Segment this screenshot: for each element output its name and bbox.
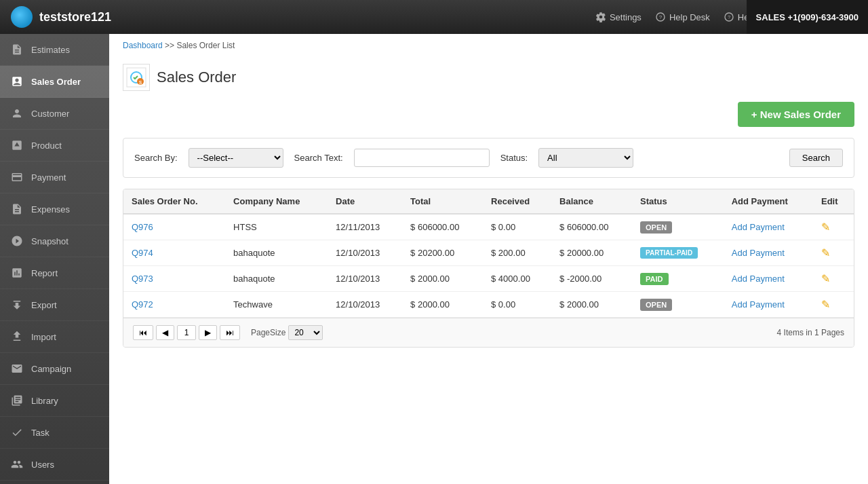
cell-balance: $ 606000.00: [551, 214, 632, 240]
cell-edit: ✎: [813, 214, 854, 240]
sidebar-label-estimates: Estimates: [31, 45, 70, 55]
app-logo: [11, 6, 33, 28]
cell-order-no: Q973: [123, 266, 225, 292]
col-balance: Balance: [551, 189, 632, 214]
cell-edit: ✎: [813, 266, 854, 292]
cell-received: $ 0.00: [483, 292, 551, 318]
add-payment-link[interactable]: Add Payment: [732, 222, 785, 232]
edit-icon[interactable]: ✎: [821, 273, 830, 284]
page-title: Sales Order: [157, 69, 236, 86]
sidebar-item-product[interactable]: Product: [0, 130, 109, 162]
cell-total: $ 2000.00: [402, 266, 483, 292]
sidebar-item-sales-order[interactable]: Sales Order: [0, 66, 109, 98]
breadcrumb: Dashboard >> Sales Order List: [109, 34, 868, 57]
pagesize-label: PageSize: [251, 328, 285, 337]
helpdesk-action[interactable]: ? Help Desk: [655, 12, 710, 22]
sidebar-item-customer[interactable]: Customer: [0, 98, 109, 130]
col-company: Company Name: [225, 189, 328, 214]
order-link[interactable]: Q974: [132, 248, 153, 258]
sidebar-label-snapshot: Snapshot: [31, 236, 68, 246]
pagesize-select[interactable]: 10 20 50 100: [288, 325, 323, 340]
customer-icon: [9, 106, 24, 121]
order-link[interactable]: Q972: [132, 299, 153, 310]
add-payment-link[interactable]: Add Payment: [732, 299, 785, 310]
sidebar-item-campaign[interactable]: Campaign: [0, 353, 109, 385]
sidebar-item-users[interactable]: Users: [0, 449, 109, 481]
sidebar-label-task: Task: [31, 428, 50, 438]
snapshot-icon: [9, 234, 24, 248]
status-select[interactable]: All Open Paid Partial-Paid: [538, 148, 633, 168]
new-sales-order-button[interactable]: + New Sales Order: [738, 102, 854, 127]
cell-date: 12/10/2013: [328, 240, 402, 266]
cell-order-no: Q974: [123, 240, 225, 266]
table-row: Q976 HTSS 12/11/2013 $ 606000.00 $ 0.00 …: [123, 214, 854, 240]
search-text-input[interactable]: [354, 149, 490, 167]
sidebar-label-users: Users: [31, 460, 54, 470]
col-received: Received: [483, 189, 551, 214]
cell-balance: $ 2000.00: [551, 292, 632, 318]
order-link[interactable]: Q976: [132, 222, 153, 232]
search-by-select[interactable]: --Select--: [189, 148, 283, 168]
search-button[interactable]: Search: [789, 149, 843, 167]
topbar: teststore121 Settings ? Help Desk ? Help…: [0, 0, 868, 34]
page-prev-button[interactable]: ◀: [156, 325, 174, 340]
cell-company: HTSS: [225, 214, 328, 240]
sidebar-label-import: Import: [31, 332, 56, 342]
sidebar-item-export[interactable]: Export: [0, 289, 109, 321]
sidebar-item-import[interactable]: Import: [0, 321, 109, 353]
cell-company: Techwave: [225, 292, 328, 318]
sidebar-label-sales-order: Sales Order: [31, 77, 81, 87]
sidebar-item-report[interactable]: Report: [0, 257, 109, 289]
status-badge: OPEN: [640, 299, 672, 311]
col-total: Total: [402, 189, 483, 214]
campaign-icon: [9, 361, 24, 376]
sidebar-item-estimates[interactable]: Estimates: [0, 34, 109, 66]
status-badge: PARTIAL-PAID: [640, 247, 698, 259]
cell-total: $ 20200.00: [402, 240, 483, 266]
sales-phone: SALES +1(909)-634-3900: [747, 0, 868, 34]
expenses-icon: [9, 202, 24, 217]
page-current: 1: [177, 325, 196, 340]
sidebar-item-payment[interactable]: Payment: [0, 162, 109, 193]
sidebar-item-expenses[interactable]: Expenses: [0, 193, 109, 225]
page-header-icon: $: [123, 64, 150, 91]
svg-text:$: $: [139, 79, 142, 86]
import-icon: [9, 329, 24, 344]
sidebar-label-product: Product: [31, 141, 62, 151]
settings-label: Settings: [610, 12, 642, 22]
page-header: $ Sales Order: [109, 57, 868, 102]
cell-status: OPEN: [632, 292, 724, 318]
page-first-button[interactable]: ⏮: [133, 325, 153, 340]
sidebar-label-campaign: Campaign: [31, 364, 71, 374]
users-icon: [9, 457, 24, 472]
pagination: ⏮ ◀ 1 ▶ ⏭ PageSize 10 20 50 100 4 Items …: [123, 318, 854, 347]
table-row: Q972 Techwave 12/10/2013 $ 2000.00 $ 0.0…: [123, 292, 854, 318]
col-edit: Edit: [813, 189, 854, 214]
report-icon: [9, 265, 24, 280]
cell-add-payment: Add Payment: [724, 214, 813, 240]
settings-action[interactable]: Settings: [595, 12, 642, 22]
page-next-button[interactable]: ▶: [199, 325, 217, 340]
sidebar-label-payment: Payment: [31, 172, 66, 183]
svg-text:?: ?: [659, 14, 663, 20]
search-text-label: Search Text:: [294, 153, 343, 163]
helpdesk-label: Help Desk: [669, 12, 710, 22]
sales-order-page-icon: $: [125, 67, 147, 88]
edit-icon[interactable]: ✎: [821, 221, 830, 233]
sidebar-item-task[interactable]: Task: [0, 417, 109, 449]
cell-add-payment: Add Payment: [724, 292, 813, 318]
edit-icon[interactable]: ✎: [821, 247, 830, 259]
cell-balance: $ -2000.00: [551, 266, 632, 292]
sidebar-item-snapshot[interactable]: Snapshot: [0, 225, 109, 257]
items-info: 4 Items in 1 Pages: [777, 328, 844, 337]
order-link[interactable]: Q973: [132, 274, 153, 284]
sidebar-label-library: Library: [31, 396, 58, 406]
sidebar-item-library[interactable]: Library: [0, 385, 109, 417]
edit-icon[interactable]: ✎: [821, 299, 830, 310]
breadcrumb-home[interactable]: Dashboard: [123, 41, 163, 50]
cell-company: bahaquote: [225, 240, 328, 266]
page-last-button[interactable]: ⏭: [220, 325, 240, 340]
table-area: Sales Order No. Company Name Date Total …: [123, 189, 854, 348]
add-payment-link[interactable]: Add Payment: [732, 274, 785, 284]
add-payment-link[interactable]: Add Payment: [732, 248, 785, 258]
